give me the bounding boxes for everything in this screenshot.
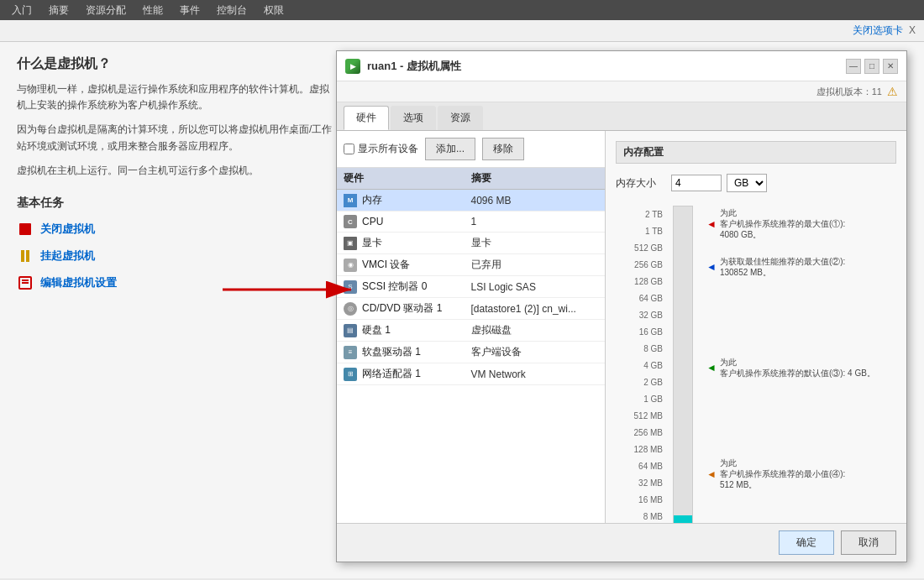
table-header: 硬件 摘要 — [337, 168, 605, 190]
hardware-panel: 显示所有设备 添加... 移除 硬件 摘要 M 内存 4096 MB — [337, 131, 606, 523]
mem-scale: 2 TB1 TB512 GB256 GB128 GB64 GB32 GB16 G… — [616, 206, 666, 523]
task-shutdown-label: 关闭虚拟机 — [40, 222, 95, 237]
table-row[interactable]: ▣ 显卡 显卡 — [337, 233, 605, 254]
table-row[interactable]: C CPU 1 — [337, 212, 605, 233]
hw-value-label: 虚拟磁盘 — [471, 323, 599, 337]
remove-button[interactable]: 移除 — [482, 138, 524, 160]
scale-label: 32 MB — [616, 474, 666, 491]
mem-chart: 2 TB1 TB512 GB256 GB128 GB64 GB32 GB16 G… — [616, 206, 896, 523]
task-suspend-label: 挂起虚拟机 — [40, 248, 95, 264]
dialog-title: ruan1 - 虚拟机属性 — [367, 59, 461, 74]
nav-console[interactable]: 控制台 — [208, 2, 255, 19]
table-row[interactable]: ▤ 硬盘 1 虚拟磁盘 — [337, 320, 605, 342]
scale-label: 128 GB — [616, 273, 666, 290]
para1: 与物理机一样，虚拟机是运行操作系统和应用程序的软件计算机。虚拟机上安装的操作系统… — [17, 81, 336, 113]
dialog-body: 显示所有设备 添加... 移除 硬件 摘要 M 内存 4096 MB — [337, 131, 906, 523]
hw-name-label: 软盘驱动器 1 — [362, 345, 421, 359]
scale-label: 512 MB — [616, 407, 666, 424]
scale-label: 32 GB — [616, 306, 666, 323]
basic-tasks-section: 基本任务 关闭虚拟机 挂起虚拟机 编辑虚拟机设置 — [17, 196, 336, 291]
marker-text: 为获取最佳性能推荐的最大值(②):130852 MB。 — [720, 256, 845, 278]
scale-label: 16 GB — [616, 323, 666, 340]
add-button[interactable]: 添加... — [425, 138, 475, 160]
mem-size-input[interactable] — [671, 175, 722, 191]
hw-name-label: 显卡 — [362, 236, 382, 250]
top-navigation: 入门 摘要 资源分配 性能 事件 控制台 权限 — [0, 0, 924, 20]
scale-label: 2 TB — [616, 206, 666, 222]
dialog-tabs: 硬件 选项 资源 — [337, 102, 906, 131]
vm-icon — [345, 59, 360, 74]
mem-marker: ◄ 为此客户机操作系统推荐的默认值(③): 4 GB。 — [706, 357, 875, 379]
page-title: 什么是虚拟机？ — [17, 55, 336, 73]
scale-label: 2 GB — [616, 374, 666, 390]
hw-name-label: CD/DVD 驱动器 1 — [362, 301, 442, 316]
hw-value-label: LSI Logic SAS — [471, 281, 599, 293]
nav-resource[interactable]: 资源分配 — [77, 2, 134, 19]
table-row[interactable]: ⊞ 网络适配器 1 VM Network — [337, 363, 605, 385]
tab-hardware[interactable]: 硬件 — [344, 106, 389, 130]
tab-resources[interactable]: 资源 — [438, 106, 483, 130]
hw-value-label: 1 — [471, 216, 599, 227]
table-row[interactable]: ◎ CD/DVD 驱动器 1 [datastore1 (2)] cn_wi... — [337, 298, 605, 320]
cdrom-icon: ◎ — [344, 302, 357, 316]
version-label: 虚拟机版本：11 — [816, 86, 882, 98]
table-row[interactable]: ◉ VMCI 设备 已弃用 — [337, 254, 605, 276]
network-icon: ⊞ — [344, 368, 357, 381]
stop-icon — [17, 221, 34, 238]
nav-intro[interactable]: 入门 — [3, 2, 40, 19]
nav-permissions[interactable]: 权限 — [255, 2, 292, 19]
hw-name-label: SCSI 控制器 0 — [362, 280, 427, 294]
nav-summary[interactable]: 摘要 — [40, 2, 77, 19]
title-left: ruan1 - 虚拟机属性 — [345, 59, 461, 74]
mem-size-row: 内存大小 MB GB TB — [616, 174, 896, 192]
minimize-button[interactable]: — — [846, 59, 861, 74]
close-tab-x[interactable]: X — [909, 24, 916, 36]
table-row[interactable]: M 内存 4096 MB — [337, 190, 605, 212]
memory-icon: M — [344, 194, 357, 207]
show-all-checkbox[interactable] — [344, 144, 354, 154]
nav-events[interactable]: 事件 — [171, 2, 208, 19]
show-all-label[interactable]: 显示所有设备 — [344, 142, 418, 156]
close-tab-link[interactable]: 关闭选项卡 — [853, 24, 903, 36]
mem-marker: ◄ 为此客户机操作系统推荐的最小值(④):512 MB。 — [706, 457, 845, 490]
scale-label: 1 TB — [616, 222, 666, 239]
close-button[interactable]: ✕ — [883, 59, 898, 74]
marker-arrow: ◄ — [706, 218, 717, 230]
cancel-button[interactable]: 取消 — [841, 530, 896, 555]
mem-marker: ◄ 为获取最佳性能推荐的最大值(②):130852 MB。 — [706, 256, 845, 278]
task-edit-settings[interactable]: 编辑虚拟机设置 — [17, 274, 336, 291]
display-icon: ▣ — [344, 237, 357, 250]
marker-arrow: ◄ — [706, 362, 717, 374]
basic-tasks-title: 基本任务 — [17, 196, 336, 211]
scale-label: 16 MB — [616, 491, 666, 508]
task-suspend[interactable]: 挂起虚拟机 — [17, 248, 336, 264]
scale-label: 64 GB — [616, 290, 666, 306]
marker-arrow: ◄ — [706, 468, 717, 480]
table-row[interactable]: ≡ 软盘驱动器 1 客户端设备 — [337, 342, 605, 363]
col-hardware: 硬件 — [344, 171, 471, 185]
table-row[interactable]: S SCSI 控制器 0 LSI Logic SAS — [337, 276, 605, 298]
scale-label: 4 GB — [616, 357, 666, 374]
mem-bar — [673, 206, 693, 523]
marker-text: 为此客户机操作系统推荐的默认值(③): 4 GB。 — [720, 357, 875, 379]
edit-icon — [17, 274, 34, 291]
hw-toolbar: 显示所有设备 添加... 移除 — [337, 131, 605, 168]
mem-unit-select[interactable]: MB GB TB — [727, 174, 767, 192]
floppy-icon: ≡ — [344, 346, 357, 359]
memory-config-panel: 内存配置 内存大小 MB GB TB 2 TB1 TB512 GB256 GB1… — [606, 131, 906, 523]
scale-label: 8 GB — [616, 340, 666, 357]
tab-options[interactable]: 选项 — [391, 106, 436, 130]
vm-properties-dialog: ruan1 - 虚拟机属性 — □ ✕ 虚拟机版本：11 ⚠ 硬件 选项 资源 — [336, 50, 907, 562]
version-note: 虚拟机版本：11 ⚠ — [337, 81, 906, 102]
task-shutdown[interactable]: 关闭虚拟机 — [17, 221, 336, 238]
hw-name-label: 网络适配器 1 — [362, 367, 421, 381]
cpu-icon: C — [344, 215, 357, 228]
hw-value-label: 已弃用 — [471, 258, 599, 272]
marker-arrow: ◄ — [706, 261, 717, 273]
nav-performance[interactable]: 性能 — [134, 2, 171, 19]
maximize-button[interactable]: □ — [864, 59, 879, 74]
mem-size-label: 内存大小 — [616, 176, 666, 191]
mem-config-title: 内存配置 — [616, 141, 896, 164]
ok-button[interactable]: 确定 — [779, 530, 834, 555]
hardware-table: 硬件 摘要 M 内存 4096 MB C CPU 1 ▣ 显卡 显卡 — [337, 168, 605, 523]
